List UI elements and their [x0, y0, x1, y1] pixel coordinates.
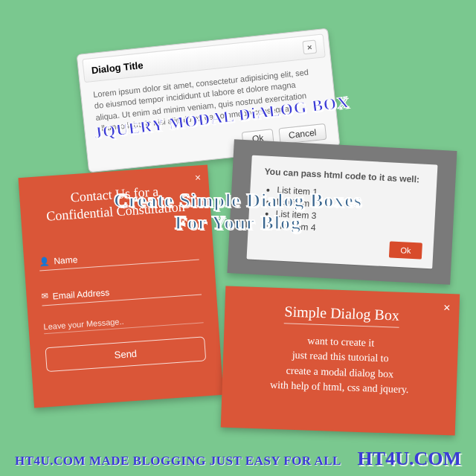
name-label: Name [54, 254, 78, 266]
contact-heading: Contact Us for a Confidential Consultati… [34, 181, 196, 227]
close-icon[interactable]: × [302, 39, 317, 54]
close-icon[interactable]: × [443, 301, 451, 315]
simple-dialog-title: Simple Dialog Box [284, 303, 399, 327]
user-icon: 👤 [39, 257, 50, 267]
html-list-dialog-frame: You can pass html code to it as well: Li… [227, 139, 457, 284]
message-field[interactable]: Leave your Message.. [43, 311, 204, 334]
dialog-title: Dialog Title [91, 59, 144, 75]
item-list: List item 1 List item 2 List item 3 List… [275, 184, 423, 238]
contact-form-dialog: × Contact Us for a Confidential Consulta… [18, 164, 223, 408]
mail-icon: ✉ [41, 292, 48, 302]
line: just read this tutorial to [292, 350, 389, 364]
brand-watermark: HT4U.COM [358, 448, 461, 470]
cancel-button[interactable]: Cancel [278, 123, 327, 144]
line: create a modal dialog box [286, 364, 393, 379]
list-dialog-heading: You can pass html code to it as well: [264, 166, 423, 184]
send-button[interactable]: Send [45, 336, 206, 372]
html-list-dialog: You can pass html code to it as well: Li… [247, 155, 438, 269]
simple-dialog-box: × Simple Dialog Box want to create it ju… [221, 286, 460, 436]
line: with help of html, css and jquery. [270, 379, 409, 396]
collage-canvas: Dialog Title × Lorem ipsum dolor sit ame… [0, 0, 476, 476]
contact-heading-l2: Confidential Consultation [46, 199, 185, 224]
simple-dialog-text: want to create it just read this tutoria… [240, 331, 440, 398]
email-field[interactable]: ✉ Email Address [41, 276, 202, 306]
ok-button[interactable]: Ok [389, 241, 422, 259]
email-label: Email Address [52, 287, 109, 301]
footer-tagline: HT4U.COM MADE BLOGGING JUST EASY FOR ALL [15, 454, 341, 469]
line: want to create it [307, 335, 374, 348]
close-icon[interactable]: × [194, 171, 201, 184]
name-field[interactable]: 👤 Name [39, 241, 199, 271]
